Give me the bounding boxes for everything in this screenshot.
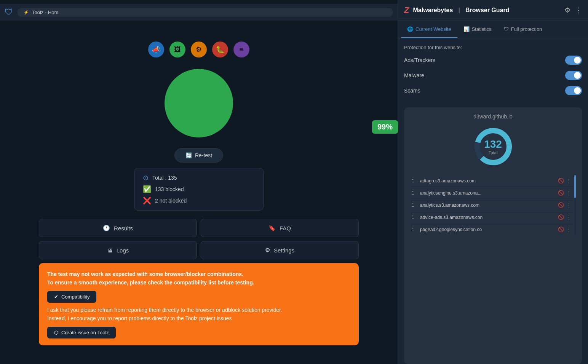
toolbar-network-icon[interactable]: ⚙ [191,42,207,57]
domain-count-4: 1 [412,215,417,220]
donut-number: 132 [484,138,502,150]
compatibility-button[interactable]: ✔ Compatibility [47,291,96,303]
retest-label: Re-test [195,152,212,158]
retest-icon: 🔄 [185,152,192,158]
mb-logo: Z Malwarebytes | Browser Guard [404,5,509,15]
logs-button[interactable]: 🖥 Logs [39,241,197,259]
warning-text1: The test may not work as expected with s… [47,271,243,277]
create-issue-button[interactable]: ⬡ Create issue on Toolz [47,327,116,338]
compatibility-label: Compatibility [61,294,89,300]
mb-product-name: Browser Guard [465,7,510,14]
url-text: Toolz - Hom [32,10,58,15]
domain-name-5: pagead2.googlesyndication.co [420,227,555,232]
scrollbar-thumb[interactable] [574,175,576,198]
toolbar-image-icon[interactable]: 🖼 [169,42,185,57]
faq-icon: 🔖 [268,225,276,231]
results-label: Results [114,225,133,231]
domain-actions-2: 🚫 ⋮ [558,190,571,196]
block-icon-2[interactable]: 🚫 [558,190,564,196]
domain-item: 1 analytics.s3.amazonaws.com 🚫 ⋮ [410,200,573,211]
retest-button[interactable]: 🔄 Re-test [174,148,223,163]
stat-total-icon: ⊙ [143,174,149,182]
domain-actions-4: 🚫 ⋮ [558,214,571,220]
results-icon: 🕐 [103,225,110,231]
menu-dots-icon[interactable]: ⋮ [575,6,582,14]
more-icon-3[interactable]: ⋮ [566,202,571,208]
tab-statistics[interactable]: 📊 Statistics [457,21,498,38]
toolbar-bug-icon[interactable]: 🐛 [212,42,228,57]
compatibility-icon: ✔ [54,294,58,300]
block-icon-5[interactable]: 🚫 [558,227,564,232]
settings-icon: ⚙ [265,247,270,254]
current-website-icon: 🌐 [407,26,413,32]
toolbar-layers-icon[interactable]: ≡ [233,42,249,57]
toolbar-megaphone-icon[interactable]: 📣 [148,42,164,57]
block-icon-3[interactable]: 🚫 [558,202,564,208]
domain-item: 1 analyticsengine.s3.amazona... 🚫 ⋮ [410,187,573,199]
stat-not-blocked-row: ❌ 2 not blocked [143,196,255,205]
domain-item: 1 pagead2.googlesyndication.co 🚫 ⋮ [410,224,573,235]
more-icon-1[interactable]: ⋮ [566,178,571,184]
main-circle [161,65,237,141]
settings-button[interactable]: ⚙ Settings [201,241,359,259]
warning-line1: The test may not work as expected with s… [47,270,350,278]
faq-button[interactable]: 🔖 FAQ [201,219,359,237]
bottom-buttons: 🕐 Results 🔖 FAQ 🖥 Logs ⚙ Settings [39,219,359,259]
donut-chart-container: 132 Total [410,126,576,168]
domain-actions-1: 🚫 ⋮ [558,178,571,184]
stats-box: ⊙ Total : 135 ✅ 133 blocked ❌ 2 not bloc… [134,168,264,211]
donut-center: 132 Total [484,138,502,155]
stat-blocked-row: ✅ 133 blocked [143,185,255,193]
results-button[interactable]: 🕐 Results [39,219,197,237]
settings-gear-icon[interactable]: ⚙ [564,6,570,14]
more-icon-4[interactable]: ⋮ [566,214,571,220]
more-icon-5[interactable]: ⋮ [566,227,571,232]
stat-blocked-label: 133 blocked [155,186,184,192]
toolbar-icons: 📣 🖼 ⚙ 🐛 ≡ [148,42,249,57]
stat-not-blocked-icon: ❌ [143,196,151,205]
logs-label: Logs [117,247,129,254]
browser-url-bar[interactable]: ⚡ Toolz - Hom [18,8,393,17]
browser-bar: 🛡 ⚡ Toolz - Hom [0,4,398,21]
warning-line2: To ensure a smooth experience, please ch… [47,278,350,287]
ads-trackers-label: Ads/Trackers [404,57,435,63]
tab-full-protection[interactable]: 🛡 Full protection [498,21,548,38]
browser-shield-icon: 🛡 [5,7,13,17]
block-icon-1[interactable]: 🚫 [558,178,564,184]
svg-point-0 [165,69,233,137]
domain-name-2: analyticsengine.s3.amazona... [420,190,555,196]
stat-total-row: ⊙ Total : 135 [143,174,255,182]
domain-list: 1 adtago.s3.amazonaws.com 🚫 ⋮ 1 analytic… [410,175,573,235]
scams-toggle[interactable] [565,86,582,95]
score-area: 99% [161,61,237,141]
protection-title: Protection for this website: [404,45,582,50]
malware-label: Malware [404,72,424,78]
ads-trackers-toggle[interactable] [565,56,582,65]
scrollbar-track[interactable] [574,175,576,235]
mb-header: Z Malwarebytes | Browser Guard ⚙ ⋮ [398,0,588,21]
settings-label: Settings [274,247,294,254]
logs-icon: 🖥 [107,247,113,254]
mb-protection-section: Protection for this website: Ads/Tracker… [398,38,588,107]
domain-count-3: 1 [412,203,417,208]
domain-item: 1 adtago.s3.amazonaws.com 🚫 ⋮ [410,175,573,187]
tab-current-website[interactable]: 🌐 Current Website [401,21,457,38]
mb-tabs: 🌐 Current Website 📊 Statistics 🛡 Full pr… [398,21,588,38]
mb-separator: | [458,7,460,14]
mb-logo-text: Malwarebytes [413,7,453,14]
scams-label: Scams [404,88,420,94]
url-favicon: ⚡ [24,10,29,15]
mb-logo-icon: Z [404,5,409,15]
block-icon-4[interactable]: 🚫 [558,214,564,220]
domain-count-2: 1 [412,190,417,196]
donut-chart: 132 Total [472,126,514,168]
malware-toggle[interactable] [565,71,582,80]
more-icon-2[interactable]: ⋮ [566,190,571,196]
malware-row: Malware [404,71,582,80]
full-protection-label: Full protection [511,26,542,32]
score-badge: 99% [372,120,398,134]
stat-blocked-icon: ✅ [143,185,151,193]
domain-name-1: adtago.s3.amazonaws.com [420,178,555,184]
domain-list-area: 1 adtago.s3.amazonaws.com 🚫 ⋮ 1 analytic… [410,175,576,235]
domain-title: d3ward.github.io [410,113,576,120]
